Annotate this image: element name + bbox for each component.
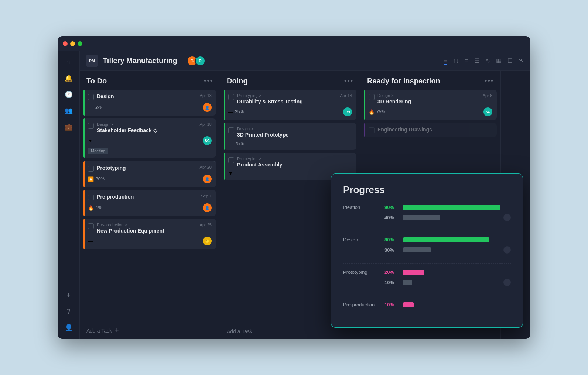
task-card-durability[interactable]: Prototyping > Durability & Stress Testin…	[224, 90, 356, 120]
progress-pct: 1%	[96, 205, 102, 210]
minimize-button[interactable]	[70, 41, 75, 46]
bar-fill	[403, 205, 500, 210]
pct-label: 10%	[384, 280, 399, 285]
task-checkbox[interactable]	[88, 94, 94, 100]
task-date: Sep 1	[201, 194, 212, 198]
progress-row: Pre-production 10%	[343, 302, 511, 307]
task-parent: Design >	[377, 93, 480, 98]
topbar-icon-wave[interactable]: ∿	[485, 57, 490, 64]
add-task-label: Add a Task	[86, 328, 112, 334]
task-card-stakeholder[interactable]: Design > Stakeholder Feedback ◇ Apr 18 ▼…	[83, 118, 216, 158]
task-checkbox[interactable]	[228, 127, 234, 133]
task-checkbox[interactable]	[369, 94, 375, 100]
sidebar-item-add[interactable]: +	[61, 288, 76, 303]
progress-bar	[403, 247, 496, 252]
sidebar-item-people[interactable]: 👥	[61, 103, 76, 118]
task-card-3d-rendering[interactable]: Design > 3D Rendering Apr 6 🔥 75%	[364, 90, 497, 120]
task-card-3d-printed[interactable]: Design > 3D Printed Prototype — 75%	[224, 123, 356, 150]
bar-fill	[403, 247, 431, 252]
task-tag: Meeting	[88, 148, 108, 154]
progress-section-prototyping: Prototyping 20% 10%	[343, 269, 511, 296]
topbar-icon-cal[interactable]: ▦	[496, 57, 502, 64]
sidebar-item-portfolio[interactable]: 💼	[61, 120, 76, 134]
section-label: Ideation	[343, 204, 380, 210]
task-parent: Pre-production >	[97, 223, 197, 227]
task-checkbox[interactable]	[88, 123, 94, 129]
traffic-lights	[63, 41, 82, 46]
maximize-button[interactable]	[78, 41, 82, 46]
task-checkbox[interactable]	[228, 94, 234, 100]
sidebar-item-profile[interactable]: 👤	[61, 320, 76, 335]
card-border	[224, 123, 225, 150]
task-checkbox[interactable]	[88, 166, 94, 172]
sidebar-item-clock[interactable]: 🕐	[61, 87, 76, 102]
circle-dot	[503, 214, 511, 221]
task-checkbox[interactable]	[228, 157, 234, 163]
task-checkbox[interactable]	[369, 127, 375, 133]
col-todo-title: To Do	[86, 77, 204, 85]
task-card-prototyping[interactable]: Prototyping Apr 20 🔼 30% 👤	[83, 161, 216, 187]
topbar-icon-menu[interactable]: ≡	[444, 57, 447, 65]
task-card-new-equip[interactable]: Pre-production > New Production Equipmen…	[83, 219, 216, 249]
task-date: Apr 18	[200, 122, 212, 127]
progress-icon: 🔼	[88, 176, 94, 182]
progress-row-2: 10%	[343, 279, 511, 286]
col-todo-body: Design Apr 18 — 69% 👤	[80, 90, 220, 322]
col-doing-menu[interactable]: •••	[344, 77, 353, 85]
topbar-icons: ≡ ↑↓ ≡ ☰ ∿ ▦ ☐ 👁	[444, 57, 524, 65]
card-border	[364, 90, 365, 120]
card-border	[224, 90, 225, 120]
progress-pct: 25%	[235, 109, 244, 114]
add-task-label: Add a Task	[227, 328, 252, 334]
avatar: 👤	[203, 203, 212, 212]
topbar-icon-eye[interactable]: 👁	[519, 58, 524, 64]
progress-section-preproduction: Pre-production 10%	[343, 302, 511, 317]
pct-label: 40%	[384, 215, 399, 220]
topbar-icon-page[interactable]: ☐	[507, 57, 513, 64]
progress-icon: —	[88, 105, 93, 110]
progress-icon: ▼	[228, 171, 233, 176]
progress-icon: 🔥	[369, 109, 375, 115]
progress-icon: 🔥	[88, 205, 94, 211]
topbar: PM Tillery Manufacturing G P ≡ ↑↓ ≡ ☰ ∿ …	[80, 51, 530, 71]
pct-label: 30%	[384, 247, 399, 253]
task-name: Engineering Drawings	[377, 127, 492, 133]
task-date: Apr 20	[200, 165, 212, 169]
col-todo: To Do ••• Design Apr 18	[80, 71, 220, 339]
bar-fill	[403, 280, 412, 285]
topbar-icon-list[interactable]: ≡	[465, 58, 468, 64]
col-ready-menu[interactable]: •••	[485, 77, 494, 85]
progress-pct: 75%	[376, 109, 385, 114]
task-checkbox[interactable]	[88, 195, 94, 200]
progress-pct: 30%	[96, 176, 105, 182]
kanban-area: To Do ••• Design Apr 18	[80, 71, 530, 339]
progress-bar	[403, 215, 496, 220]
col-ready-header: Ready for Inspection •••	[360, 71, 500, 90]
sidebar-item-help[interactable]: ?	[61, 304, 76, 319]
sidebar-item-home[interactable]: ⌂	[61, 55, 76, 69]
task-parent: Design >	[237, 127, 352, 131]
task-card-preproduction[interactable]: Pre-production Sep 1 🔥 1% 👤	[83, 190, 216, 216]
avatar: 👤	[203, 103, 212, 112]
task-parent: Prototyping >	[237, 156, 352, 161]
task-card-eng-drawings[interactable]: Engineering Drawings	[364, 123, 497, 137]
bar-fill	[403, 270, 424, 275]
close-button[interactable]	[63, 41, 68, 46]
avatar-tw: TW	[343, 107, 352, 116]
pct-label: 20%	[384, 269, 399, 275]
bar-fill	[403, 215, 440, 220]
task-name: Durability & Stress Testing	[237, 99, 337, 104]
progress-bar	[403, 270, 511, 275]
task-card-design[interactable]: Design Apr 18 — 69% 👤	[83, 90, 216, 116]
add-task-todo[interactable]: Add a Task +	[80, 322, 220, 339]
topbar-icon-chart[interactable]: ↑↓	[453, 58, 459, 64]
sidebar-item-notifications[interactable]: 🔔	[61, 71, 76, 86]
task-name: Design	[97, 93, 197, 99]
progress-icon: —	[228, 141, 233, 146]
topbar-icon-doc[interactable]: ☰	[474, 57, 479, 64]
project-title: Tillery Manufacturing	[103, 56, 177, 65]
col-todo-menu[interactable]: •••	[204, 77, 213, 85]
card-border	[83, 118, 85, 158]
bar-fill	[403, 302, 414, 307]
task-checkbox[interactable]	[88, 223, 94, 229]
